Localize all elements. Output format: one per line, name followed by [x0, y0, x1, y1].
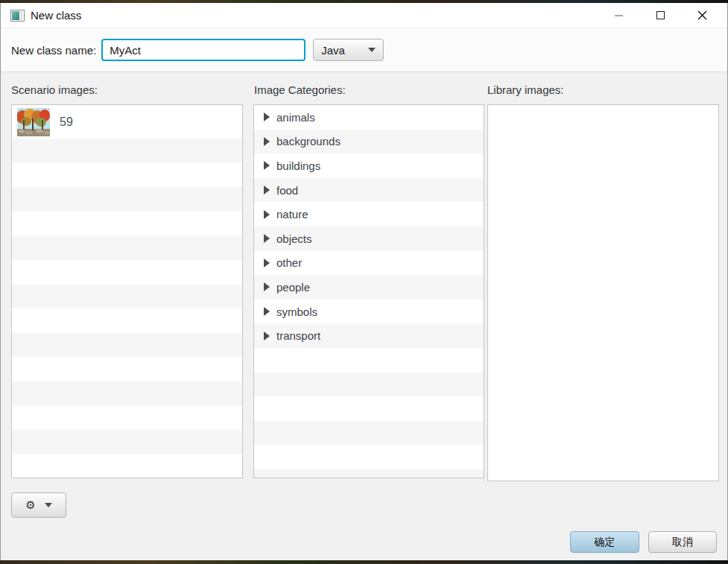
- maximize-button[interactable]: [639, 3, 681, 28]
- category-item[interactable]: buildings: [254, 153, 484, 178]
- empty-row-stripe: [12, 285, 242, 309]
- category-label: objects: [276, 232, 312, 245]
- chevron-down-icon: [45, 503, 52, 507]
- category-item[interactable]: other: [254, 251, 484, 276]
- close-button[interactable]: [681, 3, 723, 28]
- category-label: other: [276, 256, 302, 269]
- category-label: animals: [276, 111, 315, 124]
- empty-row-stripe: [12, 454, 242, 478]
- scenario-thumbnail-image: [17, 108, 50, 136]
- expand-triangle-icon[interactable]: [264, 259, 270, 267]
- category-item[interactable]: food: [254, 178, 484, 203]
- maximize-icon: [656, 11, 665, 19]
- app-icon: [10, 10, 25, 22]
- gear-icon: ⚙: [25, 500, 35, 511]
- empty-row-stripe: [12, 139, 242, 163]
- expand-triangle-icon[interactable]: [264, 332, 270, 340]
- expand-triangle-icon[interactable]: [264, 234, 270, 243]
- image-categories-header: Image Categories:: [254, 83, 346, 96]
- expand-triangle-icon[interactable]: [264, 137, 270, 146]
- category-label: buildings: [276, 159, 320, 172]
- category-item[interactable]: objects: [254, 226, 484, 251]
- category-label: symbols: [276, 305, 317, 318]
- category-label: transport: [276, 329, 320, 342]
- app-icon-slot: [21, 11, 22, 20]
- empty-row-stripe: [12, 381, 242, 406]
- dialog-content: Scenario images: Image Categories: Libra…: [1, 72, 727, 560]
- empty-row-stripe: [12, 163, 242, 188]
- minimize-icon: [615, 15, 623, 16]
- category-item[interactable]: animals: [254, 105, 484, 130]
- title-bar: New class: [1, 3, 727, 28]
- expand-triangle-icon[interactable]: [264, 161, 270, 170]
- empty-row-stripe: [12, 235, 242, 260]
- ok-button[interactable]: 确定: [570, 531, 639, 553]
- category-item[interactable]: people: [254, 275, 484, 300]
- empty-row-stripe: [254, 348, 484, 373]
- minimize-button[interactable]: [598, 3, 639, 28]
- expand-triangle-icon[interactable]: [264, 307, 270, 316]
- class-name-input[interactable]: [101, 39, 306, 61]
- empty-row-stripe: [254, 373, 484, 397]
- category-label: food: [276, 184, 298, 197]
- close-icon: [697, 10, 707, 20]
- image-categories-list[interactable]: animalsbackgroundsbuildingsfoodnatureobj…: [253, 104, 484, 478]
- empty-row-stripe: [254, 396, 484, 421]
- empty-row-stripe: [12, 357, 242, 381]
- chevron-down-icon: [368, 48, 376, 52]
- empty-row-stripe: [12, 260, 242, 285]
- new-class-name-label: New class name:: [11, 44, 96, 57]
- empty-row-stripe: [254, 469, 484, 478]
- empty-row-stripe: [12, 406, 242, 431]
- scenario-image-label: 59: [60, 115, 73, 129]
- empty-row-stripe: [12, 212, 242, 236]
- empty-row-stripe: [12, 430, 242, 454]
- name-row: New class name: Java: [1, 28, 727, 72]
- library-images-header: Library images:: [487, 83, 564, 96]
- scenario-images-list[interactable]: 59: [11, 104, 243, 478]
- category-label: people: [276, 281, 310, 294]
- language-dropdown-value: Java: [321, 44, 345, 57]
- expand-triangle-icon[interactable]: [264, 113, 270, 121]
- language-dropdown[interactable]: Java: [313, 39, 384, 61]
- empty-row-stripe: [12, 333, 242, 358]
- empty-row-stripe: [12, 187, 242, 212]
- app-icon-fill: [12, 11, 19, 20]
- scenario-images-header: Scenario images:: [11, 83, 98, 96]
- expand-triangle-icon[interactable]: [264, 210, 270, 219]
- expand-triangle-icon[interactable]: [264, 282, 270, 291]
- image-tools-menu-button[interactable]: ⚙: [11, 492, 66, 518]
- category-item[interactable]: symbols: [254, 300, 484, 324]
- window-title: New class: [31, 9, 81, 22]
- category-item[interactable]: backgrounds: [254, 130, 484, 154]
- expand-triangle-icon[interactable]: [264, 186, 270, 194]
- scenario-image-item[interactable]: 59: [12, 105, 242, 139]
- category-label: nature: [276, 208, 308, 221]
- new-class-dialog: New class New class name: Java Scenario: [0, 3, 728, 560]
- window-controls: [598, 3, 727, 28]
- empty-row-stripe: [254, 445, 484, 469]
- category-item[interactable]: transport: [254, 323, 484, 348]
- category-label: backgrounds: [276, 135, 341, 148]
- category-item[interactable]: nature: [254, 202, 484, 226]
- cancel-button[interactable]: 取消: [648, 531, 717, 553]
- empty-row-stripe: [12, 308, 242, 333]
- library-images-list[interactable]: [487, 104, 719, 481]
- empty-row-stripe: [254, 421, 484, 446]
